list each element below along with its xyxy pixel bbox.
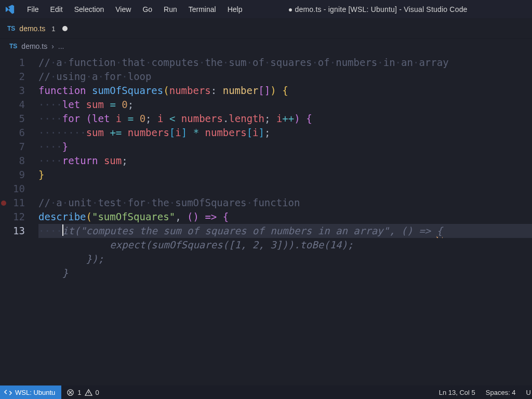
dirty-dot-icon: ● — [288, 5, 293, 14]
code-line[interactable]: //·a·function·that·computes·the·sum·of·s… — [38, 56, 532, 70]
code-line[interactable]: ····let sum = 0; — [38, 98, 532, 112]
code-line[interactable]: } — [38, 168, 532, 182]
code-line[interactable]: //·a·unit·test·for·the·sumOfSquares·func… — [38, 196, 532, 210]
menu-view[interactable]: View — [110, 3, 136, 16]
breadcrumb-file: demo.ts — [21, 42, 47, 50]
code-line[interactable]: function sumOfSquares(numbers: number[])… — [38, 84, 532, 98]
remote-indicator[interactable]: WSL: Ubuntu — [0, 385, 61, 399]
menu-file[interactable]: File — [22, 3, 44, 16]
code-editor[interactable]: 12345678910111213 //·a·function·that·com… — [0, 54, 532, 385]
vscode-logo-icon — [4, 4, 16, 15]
window-title-text: demo.ts - ignite [WSL: Ubuntu] - Visual … — [295, 5, 468, 14]
code-line[interactable]: ····return sum; — [38, 154, 532, 168]
menu-go[interactable]: Go — [137, 3, 157, 16]
code-line[interactable]: describe("sumOfSquares", () => { — [38, 210, 532, 224]
title-bar: File Edit Selection View Go Run Terminal… — [0, 0, 532, 18]
indentation-indicator[interactable]: Spaces: 4 — [481, 385, 521, 399]
warning-icon — [85, 389, 92, 396]
code-line[interactable]: ····for (let i = 0; i < numbers.length; … — [38, 112, 532, 126]
ghost-suggestion-line: expect(sumOfSquares([1, 2, 3])).toBe(14)… — [38, 238, 532, 252]
ts-file-icon: TS — [9, 43, 17, 50]
menu-selection[interactable]: Selection — [69, 3, 110, 16]
code-line[interactable]: //·using·a·for·loop — [38, 70, 532, 84]
ghost-suggestion-line: }); — [38, 252, 532, 266]
ghost-suggestion-line: } — [38, 266, 532, 280]
encoding-indicator[interactable]: U — [521, 385, 532, 399]
line-number: 2 — [0, 70, 25, 84]
line-number: 4 — [0, 98, 25, 112]
menu-run[interactable]: Run — [158, 3, 182, 16]
line-number: 12 — [0, 210, 25, 224]
tab-modified-dot-icon — [62, 26, 68, 31]
breadcrumb[interactable]: TS demo.ts › ... — [0, 39, 532, 54]
tab-label: demo.ts — [19, 24, 45, 33]
code-line[interactable]: ········sum += numbers[i] * numbers[i]; — [38, 126, 532, 140]
remote-icon — [4, 389, 12, 396]
menu-edit[interactable]: Edit — [45, 3, 68, 16]
problems-indicator[interactable]: 1 0 — [61, 385, 104, 399]
ts-file-icon: TS — [7, 25, 15, 32]
line-number-gutter[interactable]: 12345678910111213 — [0, 56, 38, 385]
code-line[interactable]: ····} — [38, 140, 532, 154]
error-count: 1 — [77, 389, 81, 396]
breadcrumb-rest: ... — [58, 42, 64, 50]
tab-demo-ts[interactable]: TS demo.ts 1 — [0, 18, 75, 38]
code-area[interactable]: //·a·function·that·computes·the·sum·of·s… — [38, 56, 532, 385]
line-number: 9 — [0, 168, 25, 182]
warning-count: 0 — [96, 389, 99, 396]
breakpoint-dot-icon[interactable] — [1, 201, 6, 206]
error-icon — [66, 389, 74, 396]
line-number: 1 — [0, 56, 25, 70]
line-number: 8 — [0, 154, 25, 168]
tab-problem-count: 1 — [51, 25, 55, 33]
window-title: ●demo.ts - ignite [WSL: Ubuntu] - Visual… — [228, 5, 528, 14]
status-bar: WSL: Ubuntu 1 0 Ln 13, Col 5 Spaces: 4 U — [0, 385, 532, 399]
cursor-position[interactable]: Ln 13, Col 5 — [434, 385, 481, 399]
line-number: 6 — [0, 126, 25, 140]
line-number: 13 — [0, 224, 25, 238]
line-number: 3 — [0, 84, 25, 98]
line-number: 10 — [0, 182, 25, 196]
line-number: 5 — [0, 112, 25, 126]
editor-tabs: TS demo.ts 1 — [0, 18, 532, 39]
code-line[interactable] — [38, 182, 532, 196]
chevron-right-icon: › — [51, 42, 54, 50]
code-line[interactable]: ····it("computes the sum of squares of n… — [38, 224, 532, 238]
remote-label: WSL: Ubuntu — [15, 389, 55, 396]
menu-terminal[interactable]: Terminal — [183, 3, 221, 16]
line-number: 7 — [0, 140, 25, 154]
